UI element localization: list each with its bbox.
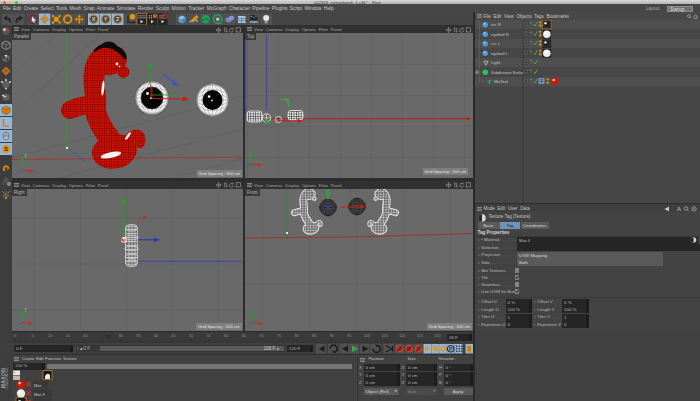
svg-text:15: 15 bbox=[66, 334, 70, 338]
svg-text:S: S bbox=[4, 146, 8, 152]
svg-text:26: 26 bbox=[106, 333, 111, 338]
svg-text:10: 10 bbox=[48, 334, 52, 338]
svg-text:Light: Light bbox=[491, 60, 501, 65]
svg-text:5: 5 bbox=[32, 334, 34, 338]
svg-text:eyeball R: eyeball R bbox=[491, 31, 509, 36]
svg-text:0: 0 bbox=[14, 334, 16, 338]
svg-text:80: 80 bbox=[294, 334, 298, 338]
svg-text:90: 90 bbox=[330, 334, 334, 338]
svg-text:iris L: iris L bbox=[491, 41, 501, 46]
svg-text:35: 35 bbox=[136, 334, 140, 338]
svg-text:120: 120 bbox=[434, 334, 440, 338]
svg-text:T: T bbox=[487, 79, 491, 85]
svg-text:iris R: iris R bbox=[491, 22, 501, 27]
svg-text:115: 115 bbox=[417, 334, 423, 338]
svg-text:Mat: Mat bbox=[34, 383, 42, 388]
svg-text:40: 40 bbox=[154, 334, 158, 338]
svg-text:20: 20 bbox=[83, 334, 87, 338]
svg-text:30: 30 bbox=[118, 334, 122, 338]
svg-text:50: 50 bbox=[189, 334, 193, 338]
svg-text:X: X bbox=[92, 16, 96, 22]
svg-text:65: 65 bbox=[242, 334, 246, 338]
svg-text:60: 60 bbox=[224, 334, 228, 338]
svg-text:45: 45 bbox=[171, 334, 175, 338]
svg-text:Subdivision Surface: Subdivision Surface bbox=[491, 69, 527, 74]
svg-text:eyeball L: eyeball L bbox=[491, 50, 509, 55]
svg-text:Y: Y bbox=[24, 307, 27, 312]
svg-text:105: 105 bbox=[381, 334, 387, 338]
svg-text:110: 110 bbox=[399, 334, 405, 338]
svg-text:85: 85 bbox=[312, 334, 316, 338]
svg-text:70: 70 bbox=[259, 334, 263, 338]
svg-text:100: 100 bbox=[364, 334, 370, 338]
svg-text:75: 75 bbox=[277, 334, 281, 338]
svg-text:55: 55 bbox=[206, 334, 210, 338]
svg-text:Y: Y bbox=[24, 154, 27, 159]
svg-text:Mat.3: Mat.3 bbox=[34, 392, 45, 397]
svg-text:MoText: MoText bbox=[494, 79, 509, 84]
svg-text:Y: Y bbox=[104, 16, 108, 22]
svg-text:95: 95 bbox=[347, 334, 351, 338]
